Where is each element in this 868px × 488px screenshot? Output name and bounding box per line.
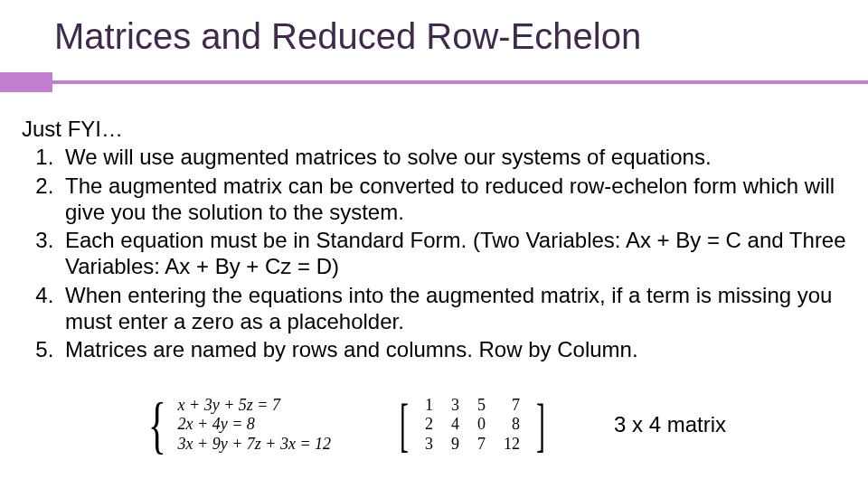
page-title: Matrices and Reduced Row-Echelon	[54, 16, 832, 56]
table-row: 1 3 5 7	[416, 396, 529, 416]
augmented-matrix: [ 1 3 5 7 2 4 0 8 3 9 7 12	[394, 396, 551, 455]
body-content: Just FYI… We will use augmented matrices…	[22, 116, 846, 364]
main-list: We will use augmented matrices to solve …	[22, 144, 846, 362]
matrix-cell: 9	[442, 435, 468, 455]
left-brace-icon: {	[148, 397, 166, 454]
list-item: Matrices are named by rows and columns. …	[60, 336, 846, 362]
divider-block	[0, 72, 52, 92]
table-row: 3 9 7 12	[416, 435, 529, 455]
bottom-row: { x + 3y + 5z = 7 2x + 4y = 8 3x + 9y + …	[0, 380, 868, 470]
divider-line	[52, 80, 868, 84]
equation-line: 3x + 9y + 7z + 3x = 12	[178, 435, 332, 455]
matrix-cell: 12	[495, 435, 529, 455]
matrix-caption: 3 x 4 matrix	[614, 412, 726, 437]
slide: Matrices and Reduced Row-Echelon Just FY…	[0, 0, 868, 488]
matrix-table: 1 3 5 7 2 4 0 8 3 9 7 12	[416, 396, 529, 455]
matrix-cell: 5	[468, 396, 495, 416]
matrix-cell: 3	[416, 435, 442, 455]
matrix-cell: 8	[495, 415, 529, 435]
equation-line: x + 3y + 5z = 7	[178, 396, 332, 416]
equation-stack: x + 3y + 5z = 7 2x + 4y = 8 3x + 9y + 7z…	[178, 396, 332, 455]
matrix-cell: 2	[416, 415, 442, 435]
left-bracket-icon: [	[400, 399, 409, 450]
right-bracket-icon: ]	[536, 399, 545, 450]
matrix-cell: 3	[442, 396, 468, 416]
title-divider	[0, 72, 868, 92]
list-item: We will use augmented matrices to solve …	[60, 144, 846, 170]
matrix-cell: 7	[468, 435, 495, 455]
list-item: The augmented matrix can be converted to…	[60, 173, 846, 226]
list-item: Each equation must be in Standard Form. …	[60, 227, 846, 280]
matrix-cell: 0	[468, 415, 495, 435]
table-row: 2 4 0 8	[416, 415, 529, 435]
intro-text: Just FYI…	[22, 116, 846, 142]
matrix-cell: 1	[416, 396, 442, 416]
equation-line: 2x + 4y = 8	[178, 415, 332, 435]
list-item: When entering the equations into the aug…	[60, 282, 846, 335]
system-of-equations: { x + 3y + 5z = 7 2x + 4y = 8 3x + 9y + …	[142, 396, 331, 455]
matrix-cell: 4	[442, 415, 468, 435]
matrix-cell: 7	[495, 396, 529, 416]
